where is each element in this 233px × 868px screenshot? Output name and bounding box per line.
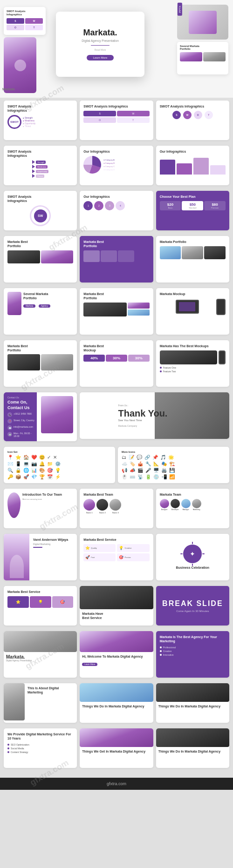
sun-ray-right: [202, 553, 205, 554]
team-avatar-3: [110, 499, 121, 511]
portfolio-large-card: Markata BestPortfolio: [4, 340, 77, 387]
icon-chart: 📊: [31, 468, 37, 473]
icon-r21: 💾: [169, 468, 175, 473]
sun-ray-top: [192, 542, 193, 544]
swot-o: O: [7, 25, 24, 30]
meeting-service-title: Markata HaveBest Service: [82, 612, 151, 620]
icon-folder: 📁: [47, 461, 53, 466]
icons-right-row-1: 🗂 📝 💬 🔗 📌 🎵 🌟: [122, 455, 226, 460]
icons-grid: Icon Set 📍 ⭐ 🏠 ❤️ 😊 ✓ ✕ ✉️ 📱 💻 📷 🔔 �: [4, 447, 229, 483]
portfolio-card-3: Markata Portfolio: [156, 236, 229, 283]
phone-label: +0012 3456 7890: [14, 412, 32, 415]
icon-laptop: 💻: [23, 461, 29, 466]
thankyou-from: From Us :: [118, 404, 191, 407]
icon-star: ⭐: [15, 455, 21, 460]
thankyou-brand: Markata Company: [118, 424, 191, 427]
icon-r11: 🔧: [145, 461, 151, 466]
swot-arrow-s: Strength: [36, 161, 46, 164]
team-name-1: Name 1: [83, 511, 95, 514]
office-label: Mon - Fri, 09:00 - 18:00: [14, 432, 37, 437]
icon-r23: ⌨️: [130, 474, 135, 479]
icons-left-panel: Icon Set 📍 ⭐ 🏠 ❤️ 😊 ✓ ✕ ✉️ 📱 💻 📷 🔔 �: [4, 447, 115, 483]
contact-office: 🏢 Mon - Fri, 09:00 - 18:00: [7, 432, 37, 437]
hero-main-slide: Markata. Digital Agency Presentation Rea…: [56, 12, 144, 77]
about-grid-2: This Is About Digital Marketing Things W…: [4, 683, 229, 723]
portfolio-card-2: Markata BestPortfolio: [80, 236, 153, 283]
service-item-2: 💡 Creative: [117, 544, 149, 552]
swot-circle-s: S: [172, 111, 181, 119]
pricing-plan-3: $80 Premium: [204, 201, 226, 210]
icon-gem: 💎: [31, 474, 37, 479]
hero-divider: [91, 45, 110, 46]
portfolio-mockup-grid: Markata BestPortfolio Markata BestMockup…: [4, 340, 229, 387]
info-2-circle-3: 3: [105, 201, 114, 210]
contact-email: ✉️ info@markata.com: [7, 425, 37, 430]
portfolio-img-3: [83, 250, 100, 262]
break-slide: BREAK SLIDE Come Again In 30 Minutes: [156, 586, 229, 626]
icon-r16: 📣: [130, 468, 135, 473]
mockup-card: Markata Mockup: [156, 288, 229, 335]
service-icon-4: 🎯: [119, 555, 123, 559]
icon-x: ✕: [53, 455, 57, 460]
team-role-c: Manager: [181, 509, 191, 511]
service-icon-3: 🚀: [85, 555, 90, 559]
intro-team-title: Introduction To Our Team: [22, 492, 73, 497]
things-card: Things We Do In Markata Digital Agency: [80, 683, 153, 723]
footer-badge: gfxtra.com: [0, 778, 233, 790]
swot-box-t: T: [117, 117, 150, 123]
icon-r3: 💬: [137, 455, 142, 460]
pricing-amount-3: $80: [206, 202, 224, 207]
provide-feat-2: Social Media: [7, 747, 73, 750]
icon-r27: 📲: [161, 474, 167, 479]
address-label: Street, City, Country: [14, 419, 34, 422]
service-icon-1: ⭐: [85, 546, 90, 550]
mockup-stats-card: Markata BestMockup 40% 30% 30%: [80, 340, 153, 387]
hero-right-img: [177, 5, 228, 40]
hero-button[interactable]: Learn More: [87, 55, 114, 61]
swot-box-s: S: [83, 111, 116, 116]
things-get-img: [80, 728, 153, 747]
swot-circle-o: O: [194, 111, 202, 119]
swot-arrow-t: Threat: [36, 175, 44, 178]
person-info: Varel Anderson Wijaya Digital Marketing: [29, 534, 77, 580]
several-portfolio-title: Several MarkataPortfolio: [23, 292, 73, 300]
icon-r28: 📶: [169, 474, 175, 479]
portfolio-img-8: [204, 246, 226, 259]
break-subtitle: Come Again In 30 Minutes: [162, 610, 223, 612]
icon-calendar: 📅: [47, 474, 53, 479]
swot-title-3: SWOT Analysis Infographics: [160, 104, 226, 108]
icon-bell: 🔔: [39, 461, 45, 466]
thankyou-content: From Us : Thank You. See You Next Time M…: [113, 399, 195, 432]
several-person-img: [7, 292, 21, 315]
swot-grid-1: SWOT AnalysisInfographics SWOT ● Strengt…: [4, 101, 229, 140]
icon-r19: 🖥️: [153, 468, 159, 473]
icons-right-row-2: ☁️ 🏷️ 🎪 🔧 📐 🎭 🏗️: [122, 461, 226, 466]
icon-r15: 📢: [122, 468, 127, 473]
icon-lightning: ⚡: [55, 474, 61, 479]
swot-grid-3: SWOT AnalysisInfographics SW Our Infogra…: [4, 191, 229, 230]
things-digital-title: Things We Do In Markata Digital Agency: [158, 704, 227, 708]
swot-section-2: SWOT AnalysisInfographics Strength Weakn…: [0, 146, 233, 191]
person-role: Digital Marketing: [33, 543, 73, 545]
mockup-feature-2: Feature Two: [160, 370, 226, 373]
portfolio-section-2: Several MarkataPortfolio Markata Agency …: [0, 288, 233, 340]
mockup-stats-title: Markata BestMockup: [83, 344, 149, 352]
hero-bottom-brand: Markata: [2, 87, 14, 91]
team-member-d: Marketing: [192, 499, 201, 511]
swot-t: T: [25, 25, 43, 30]
hero-right-card: Several MarkataPortfolio: [177, 42, 228, 74]
swot-t-label: ● Threat: [23, 125, 73, 128]
portfolio-title-1: Markata BestPortfolio: [7, 240, 73, 248]
icon-r22: 🖱️: [122, 474, 127, 479]
swot-box-w: W: [117, 111, 150, 116]
sun-ray-bottom: [192, 564, 193, 566]
contact-person-img: [41, 396, 74, 433]
hero-brand: Markata.: [83, 28, 117, 38]
service-item-3: 🚀 Fast: [83, 553, 116, 561]
swot-circle-main: SWOT: [7, 115, 21, 129]
best-mockup-img: [160, 350, 217, 364]
things-digital-card: Things We Do In Markata Digital Agency: [156, 683, 229, 723]
best-portfolio-img-3: [128, 310, 149, 316]
best-mockups-title: Markata Has The Best Mockups: [160, 344, 226, 348]
icon-r5: 📌: [152, 455, 158, 460]
